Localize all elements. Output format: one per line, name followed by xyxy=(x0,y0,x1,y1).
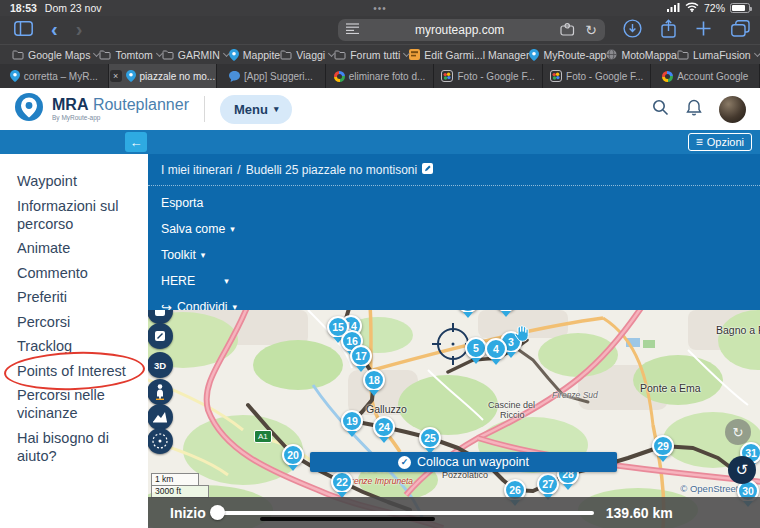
sidebar-item-tracklog[interactable]: Tracklog xyxy=(17,337,145,355)
sidebar-item-commento[interactable]: Commento xyxy=(17,264,145,282)
bookmarks-bar: Google MapsTomtomGARMINMappiteViaggiForu… xyxy=(0,44,760,64)
brand-suffix: Routeplanner xyxy=(93,96,189,113)
ipad-screen: 18:53 Dom 23 nov ••• 72% ‹ › myrouteapp.… xyxy=(0,0,760,528)
panel-menu-here[interactable]: HERE▾ xyxy=(148,268,760,294)
browser-tab[interactable]: Foto - Google F... xyxy=(543,64,652,88)
map-control-3d[interactable]: 3D xyxy=(148,352,173,378)
map-label: Firenze Sud xyxy=(552,390,598,400)
new-tab-icon[interactable] xyxy=(695,20,712,41)
sidebar-item-percorsi[interactable]: Percorsi xyxy=(17,313,145,331)
breadcrumb-separator: / xyxy=(237,163,240,177)
tab-label: piazzale no mo... xyxy=(140,71,216,82)
bookmark-item[interactable]: Forum tutti xyxy=(334,49,409,61)
sidebar-item-percorsi-nelle-vicinanze[interactable]: Percorsi nelle vicinanze xyxy=(17,386,145,422)
browser-tab[interactable]: eliminare foto d... xyxy=(326,64,435,88)
browser-tab[interactable]: corretta – MyR... xyxy=(0,64,109,88)
bookmark-item[interactable]: MyRoute-app xyxy=(529,49,606,61)
bookmark-item[interactable]: Google Maps xyxy=(12,49,99,61)
edit-icon[interactable] xyxy=(422,163,433,177)
browser-tab[interactable]: [App] Suggeri... xyxy=(217,64,326,88)
forward-icon[interactable]: › xyxy=(76,19,83,39)
avatar[interactable] xyxy=(719,96,746,123)
panel-menu-toolkit[interactable]: Toolkit▾ xyxy=(148,242,760,268)
menu-label: Menu xyxy=(234,102,268,117)
panel-menu-label: Salva come xyxy=(161,222,225,236)
back-icon[interactable]: ‹ xyxy=(51,19,58,39)
colloca-label: Colloca un waypoint xyxy=(417,455,529,469)
battery-icon xyxy=(730,3,750,13)
slider-thumb[interactable] xyxy=(210,505,225,520)
orange-icon xyxy=(409,49,420,60)
share-icon[interactable] xyxy=(661,19,676,42)
sidebar-item-preferiti[interactable]: Preferiti xyxy=(17,288,145,306)
bell-icon[interactable] xyxy=(686,99,702,120)
bookmark-item[interactable]: Tomtom xyxy=(99,49,161,61)
search-icon[interactable] xyxy=(652,99,669,120)
sidebar-item-informazioni-sul-percorso[interactable]: Informazioni sul percorso xyxy=(17,197,145,233)
waypoint-marker-4[interactable]: 4 xyxy=(485,338,507,360)
sidebar: WaypointInformazioni sul percorsoAnimate… xyxy=(0,154,148,528)
sidebar-item-points-of-interest[interactable]: Points of Interest xyxy=(17,362,145,380)
browser-tab[interactable]: Foto - Google F... xyxy=(434,64,543,88)
waypoint-marker-27[interactable]: 27 xyxy=(537,473,559,495)
breadcrumb: I miei itinerari / Budelli 25 piazzale n… xyxy=(148,154,760,177)
panel-menu-salva-come[interactable]: Salva come▾ xyxy=(148,216,760,242)
bookmark-label: LumaFusion xyxy=(693,49,751,61)
bookmark-item[interactable]: MotoMappa xyxy=(606,49,676,61)
reload-icon[interactable]: ↻ xyxy=(585,22,597,38)
bookmark-label: Google Maps xyxy=(28,49,90,61)
bookmark-item[interactable]: Edit Garmi...l Manager xyxy=(409,49,529,61)
bookmark-item[interactable]: Mappite xyxy=(229,49,280,61)
map-label: Riccio xyxy=(500,410,525,420)
compass-reset-button[interactable]: ↻ xyxy=(725,419,751,445)
waypoint-marker-17[interactable]: 17 xyxy=(350,345,372,367)
waypoint-marker-20[interactable]: 20 xyxy=(282,444,304,466)
colloca-waypoint-button[interactable]: ✓ Colloca un waypoint xyxy=(310,452,617,472)
map[interactable]: 1 km 3000 ft © OpenStreetMap GalluzzoPon… xyxy=(148,310,760,528)
sidebar-item-waypoint[interactable]: Waypoint xyxy=(17,172,145,190)
waypoint-marker-25[interactable]: 25 xyxy=(419,427,441,449)
waypoint-marker-19[interactable]: 19 xyxy=(341,410,363,432)
sidebar-item-animate[interactable]: Animate xyxy=(17,239,145,257)
waypoint-marker-18[interactable]: 18 xyxy=(363,369,385,391)
map-control-pegman[interactable] xyxy=(148,379,173,405)
undo-button[interactable]: ↺ xyxy=(728,456,756,484)
safari-toolbar: ‹ › myrouteapp.com ↻ xyxy=(0,16,760,44)
waypoint-marker-24[interactable]: 24 xyxy=(373,416,395,438)
home-indicator[interactable] xyxy=(260,517,435,521)
bookmark-label: MyRoute-app xyxy=(543,49,606,61)
options-button[interactable]: ≡ Opzioni xyxy=(688,133,752,151)
sidebar-toggle-icon[interactable] xyxy=(14,21,33,40)
map-control-elevation[interactable] xyxy=(148,404,173,430)
menu-button[interactable]: Menu ▾ xyxy=(220,95,292,124)
browser-tab[interactable]: ×piazzale no mo... xyxy=(109,64,218,88)
cellular-icon xyxy=(667,2,680,14)
chevron-down-icon: ▾ xyxy=(230,224,235,234)
url-text[interactable]: myrouteapp.com xyxy=(359,23,560,37)
map-control-compass[interactable] xyxy=(148,428,173,454)
panel-menu-esporta[interactable]: Esporta xyxy=(148,190,760,216)
reader-icon[interactable] xyxy=(346,23,359,37)
downloads-icon[interactable] xyxy=(623,19,642,42)
hand-cursor-icon xyxy=(512,323,532,347)
bookmark-label: Edit Garmi...l Manager xyxy=(424,49,529,61)
tab-label: corretta – MyR... xyxy=(24,71,98,82)
collapse-sidebar-button[interactable]: ← xyxy=(125,132,147,152)
breadcrumb-root[interactable]: I miei itinerari xyxy=(161,163,232,177)
close-icon[interactable]: × xyxy=(110,70,122,82)
map-control-draw[interactable] xyxy=(148,323,173,349)
extensions-icon[interactable] xyxy=(560,22,575,39)
timeline-slider[interactable] xyxy=(212,511,594,515)
sidebar-item-hai-bisogno-di-aiuto-[interactable]: Hai bisogno di aiuto? xyxy=(17,429,145,465)
brand: MRA Routeplanner By MyRoute-app xyxy=(52,97,189,122)
waypoint-marker-5[interactable]: 5 xyxy=(465,337,487,359)
map-label: Galluzzo xyxy=(366,403,407,415)
address-bar[interactable]: myrouteapp.com ↻ xyxy=(338,19,605,41)
browser-tab[interactable]: Account Google xyxy=(651,64,760,88)
bookmark-item[interactable]: LumaFusion xyxy=(677,49,760,61)
waypoint-marker-29[interactable]: 29 xyxy=(652,435,674,457)
bookmark-item[interactable]: Viaggi xyxy=(280,49,334,61)
waypoint-marker-22[interactable]: 22 xyxy=(331,471,353,493)
tabs-icon[interactable] xyxy=(731,20,750,41)
bookmark-item[interactable]: GARMIN xyxy=(162,49,229,61)
